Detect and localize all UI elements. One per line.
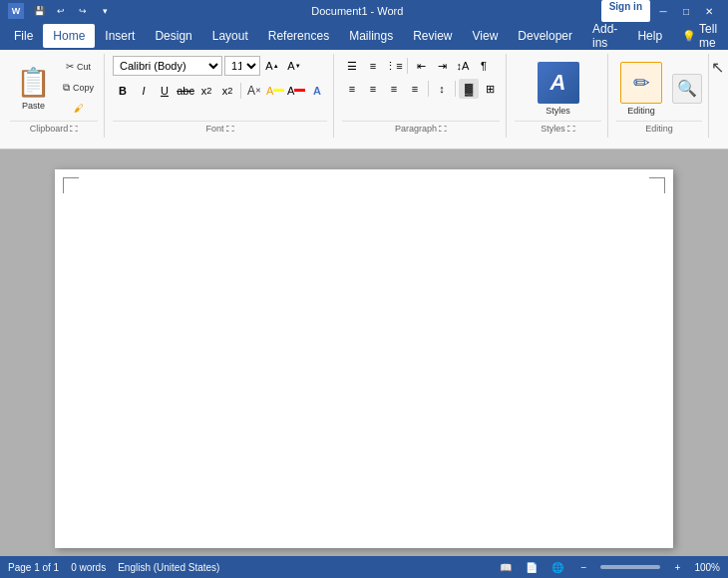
document-title: Document1 - Word: [114, 5, 601, 17]
font-expand-icon: ⛶: [226, 125, 234, 134]
title-bar-left: W 💾 ↩ ↪ ▾: [8, 2, 114, 20]
clipboard-group-content: 📋 Paste ✂ Cut ⧉ Copy 🖌: [10, 56, 98, 121]
status-left: Page 1 of 1 0 words English (United Stat…: [8, 562, 219, 573]
menu-home[interactable]: Home: [43, 24, 95, 48]
quick-access-toolbar: 💾 ↩ ↪ ▾: [30, 2, 114, 20]
clear-format-button[interactable]: A✕: [244, 81, 264, 101]
show-formatting-button[interactable]: ¶: [474, 56, 494, 76]
bold-button[interactable]: B: [113, 81, 133, 101]
zoom-out-button[interactable]: −: [574, 558, 592, 576]
font-color-button[interactable]: A: [286, 81, 306, 101]
print-layout-button[interactable]: 📄: [523, 558, 541, 576]
subscript-button[interactable]: x2: [196, 81, 216, 101]
clipboard-label[interactable]: Clipboard ⛶: [10, 121, 98, 136]
editing-button[interactable]: ✏ Editing: [616, 57, 666, 121]
sort-button[interactable]: ↕A: [453, 56, 473, 76]
menu-file[interactable]: File: [4, 24, 43, 48]
restore-button[interactable]: □: [675, 0, 697, 22]
document-page[interactable]: [55, 169, 673, 548]
paste-button[interactable]: 📋 Paste: [10, 57, 57, 121]
divider4: [455, 81, 456, 97]
grow-font-button[interactable]: A▲: [262, 56, 282, 76]
menu-layout[interactable]: Layout: [202, 24, 258, 48]
menu-help[interactable]: Help: [627, 24, 672, 48]
window-controls: ─ □ ✕: [652, 0, 720, 22]
paste-sub-buttons: ✂ Cut ⧉ Copy 🖌: [59, 57, 98, 121]
divider2: [407, 58, 408, 74]
quick-customize-button[interactable]: ▾: [96, 2, 114, 20]
zoom-slider[interactable]: [600, 565, 660, 569]
format-painter-button[interactable]: 🖌: [59, 99, 98, 119]
menu-mailings[interactable]: Mailings: [339, 24, 403, 48]
paragraph-label[interactable]: Paragraph ⛶: [342, 121, 500, 136]
clipboard-inner: 📋 Paste ✂ Cut ⧉ Copy 🖌: [10, 57, 98, 121]
status-bar: Page 1 of 1 0 words English (United Stat…: [0, 556, 728, 578]
align-left-button[interactable]: ≡: [342, 79, 362, 99]
quick-save-button[interactable]: 💾: [30, 2, 48, 20]
increase-indent-button[interactable]: ⇥: [432, 56, 452, 76]
decrease-indent-button[interactable]: ⇤: [411, 56, 431, 76]
language-info: English (United States): [118, 562, 219, 573]
align-right-button[interactable]: ≡: [384, 79, 404, 99]
menu-insert[interactable]: Insert: [95, 24, 145, 48]
web-layout-button[interactable]: 🌐: [548, 558, 566, 576]
format-painter-icon: 🖌: [74, 103, 84, 114]
font-size-select[interactable]: 11: [224, 56, 260, 76]
paragraph-group-content: ☰ ≡ ⋮≡ ⇤ ⇥ ↕A ¶ ≡ ≡ ≡ ≡ ↕ ▓: [342, 56, 500, 121]
quick-undo-button[interactable]: ↩: [52, 2, 70, 20]
styles-icon: A: [538, 62, 579, 104]
editing-group-content: ✏ Editing 🔍: [616, 56, 702, 121]
copy-button[interactable]: ⧉ Copy: [59, 78, 98, 98]
menu-references[interactable]: References: [258, 24, 339, 48]
menu-view[interactable]: View: [463, 24, 509, 48]
menu-design[interactable]: Design: [145, 24, 201, 48]
font-name-select[interactable]: Calibri (Body): [113, 56, 222, 76]
ribbon-content: 📋 Paste ✂ Cut ⧉ Copy 🖌: [0, 50, 728, 138]
page-corner-tl: [63, 177, 79, 193]
menu-addins[interactable]: Add-ins: [582, 24, 627, 48]
justify-button[interactable]: ≡: [405, 79, 425, 99]
superscript-button[interactable]: x2: [217, 81, 237, 101]
shrink-font-button[interactable]: A▼: [284, 56, 304, 76]
styles-button[interactable]: A Styles: [524, 57, 593, 121]
paragraph-expand-icon: ⛶: [439, 125, 447, 134]
close-button[interactable]: ✕: [698, 0, 720, 22]
editing-label: Editing: [616, 121, 702, 136]
menu-developer[interactable]: Developer: [508, 24, 582, 48]
page-corner-tr: [649, 177, 665, 193]
styles-expand-icon: ⛶: [567, 125, 575, 134]
font-group-content: Calibri (Body) 11 A▲ A▼ B I U abc x2 x2: [113, 56, 327, 121]
line-spacing-button[interactable]: ↕: [432, 79, 452, 99]
read-mode-button[interactable]: 📖: [497, 558, 515, 576]
shading-button[interactable]: ▓: [459, 79, 479, 99]
align-center-button[interactable]: ≡: [363, 79, 383, 99]
borders-button[interactable]: ⊞: [480, 79, 500, 99]
ribbon: 📋 Paste ✂ Cut ⧉ Copy 🖌: [0, 50, 728, 149]
menu-bar: File Home Insert Design Layout Reference…: [0, 22, 728, 50]
font-name-row: Calibri (Body) 11 A▲ A▼: [113, 56, 304, 76]
numbering-button[interactable]: ≡: [363, 56, 383, 76]
multilevel-list-button[interactable]: ⋮≡: [384, 56, 404, 76]
font-label[interactable]: Font ⛶: [113, 121, 327, 136]
minimize-button[interactable]: ─: [652, 0, 674, 22]
italic-button[interactable]: I: [134, 81, 154, 101]
bullets-button[interactable]: ☰: [342, 56, 362, 76]
editing-icon: ✏: [620, 62, 662, 104]
menu-tell-me[interactable]: 💡 Tell me: [672, 24, 727, 48]
strikethrough-button[interactable]: abc: [176, 81, 195, 101]
sign-in-button[interactable]: Sign in: [601, 0, 650, 22]
quick-redo-button[interactable]: ↪: [74, 2, 92, 20]
font-format-row: B I U abc x2 x2 A✕ A A A: [113, 81, 327, 101]
cut-button[interactable]: ✂ Cut: [59, 57, 98, 77]
document-area[interactable]: [0, 149, 728, 556]
text-effects-button[interactable]: A: [307, 81, 327, 101]
editing-group: ✏ Editing 🔍 Editing: [610, 54, 709, 138]
find-button[interactable]: 🔍: [672, 74, 702, 104]
divider3: [428, 81, 429, 97]
styles-label[interactable]: Styles ⛶: [515, 121, 601, 136]
text-highlight-button[interactable]: A: [265, 81, 285, 101]
zoom-in-button[interactable]: +: [668, 558, 686, 576]
underline-button[interactable]: U: [155, 81, 175, 101]
menu-review[interactable]: Review: [403, 24, 462, 48]
list-buttons-row: ☰ ≡ ⋮≡ ⇤ ⇥ ↕A ¶: [342, 56, 494, 76]
